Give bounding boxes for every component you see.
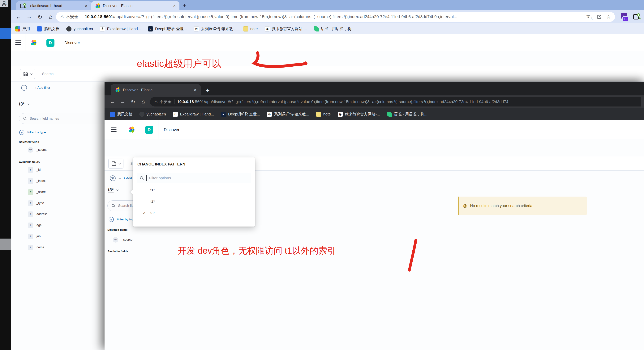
bookmark-label: 腾讯文档 — [117, 112, 132, 117]
selected-fields-list: </> _source — [19, 144, 114, 155]
translate-icon[interactable]: 文 A — [586, 14, 592, 20]
bookmark-label: note — [323, 112, 331, 116]
field-item[interactable]: # _score — [19, 186, 114, 197]
terminal-line — [0, 72, 11, 84]
bookmark-item[interactable]: 腾讯文档 — [110, 112, 132, 117]
bookmark-item[interactable]: ⊚ 系列课详情-猿来教... — [267, 112, 309, 117]
add-filter-button[interactable]: + Add filter — [35, 86, 50, 90]
bookmark-item[interactable]: 8 Excalidraw | Hand... — [173, 112, 214, 117]
index-pattern-selector[interactable]: t3* — [19, 102, 114, 107]
saved-query-button[interactable] — [20, 69, 35, 79]
forward-icon[interactable]: → — [118, 99, 128, 105]
bookmark-item[interactable]: ◉ 猿来教育官方网站-... — [265, 26, 307, 31]
terminal-line — [0, 84, 11, 95]
field-type-icon: t — [28, 200, 33, 206]
bookmark-item[interactable]: note — [316, 112, 331, 117]
menu-hamburger-icon[interactable] — [15, 40, 21, 45]
elastic-logo-icon[interactable] — [30, 40, 37, 46]
bookmark-item[interactable]: ⊚ 系列课详情-猿来教... — [194, 26, 236, 31]
bookmark-icon: ◉ — [338, 112, 343, 117]
index-pattern-selector[interactable]: t3* — [108, 187, 118, 192]
filter-by-type-button[interactable]: Filter by type — [108, 217, 135, 222]
home-icon[interactable]: ⌂ — [138, 99, 148, 105]
reload-icon[interactable]: ↻ — [34, 13, 45, 20]
field-item[interactable]: t job — [19, 231, 114, 242]
bookmark-item[interactable]: note — [243, 26, 258, 31]
search-input[interactable]: Search — [38, 69, 638, 79]
filter-options-placeholder: Filter options — [149, 176, 171, 180]
field-item[interactable]: t _type — [19, 197, 114, 209]
bookmark-item[interactable]: 腾讯文档 — [37, 26, 60, 31]
field-item[interactable]: t name — [19, 242, 114, 253]
home-icon[interactable]: ⌂ — [45, 13, 56, 20]
index-pattern-options: ✓ t1* ✓ t2* ✓ t3* — [133, 184, 255, 218]
new-tab-button[interactable]: + — [182, 2, 186, 9]
field-name: _score — [36, 190, 46, 194]
kibana-top-menu — [104, 139, 644, 155]
address-bar[interactable]: ⚠ 不安全 10.0.0.18:5601/app/discover#/?_g=(… — [56, 12, 615, 22]
reload-icon[interactable]: ↻ — [128, 99, 138, 105]
field-type-icon: t — [28, 222, 33, 228]
bookmark-item[interactable]: 语雀 - 用语雀，构... — [387, 112, 427, 117]
index-pattern-option[interactable]: ✓ t3* — [133, 207, 255, 218]
inner-address-bar[interactable]: ⚠ 不安全 10.0.0.18:5601/app/discover#/?_g=(… — [150, 97, 641, 107]
filter-icon[interactable] — [110, 175, 116, 181]
field-search-input[interactable]: Search field names — [19, 113, 110, 124]
inner-tab-discover[interactable]: Discover - Elastic × — [111, 84, 201, 95]
extensions-tray: ▲ 12 — [620, 13, 640, 21]
text-cursor — [146, 175, 147, 181]
kibana-top-menu — [11, 51, 644, 63]
bookmark-item[interactable]: 应用 — [15, 26, 30, 31]
field-item[interactable]: </> _source — [19, 144, 114, 155]
back-icon[interactable]: ← — [107, 99, 118, 105]
not-secure-badge[interactable]: ⚠ 不安全 — [60, 14, 78, 20]
url-host: 10.0.0.18:5601 — [85, 14, 113, 19]
warning-icon: ⚠ — [60, 14, 64, 19]
index-pattern-option[interactable]: ✓ t1* — [133, 184, 255, 196]
bookmark-item[interactable]: 语雀 - 用语雀，构... — [314, 26, 354, 31]
field-item[interactable]: t address — [19, 209, 114, 220]
saved-query-button[interactable] — [108, 159, 124, 169]
index-pattern-option[interactable]: ✓ t2* — [133, 196, 255, 207]
option-label: t3* — [150, 211, 155, 215]
tab-close-icon[interactable]: × — [85, 3, 87, 8]
terminal-line — [0, 117, 11, 128]
bookmark-item[interactable]: ◉ 猿来教育官方网站-... — [338, 112, 380, 117]
bookmark-item[interactable]: 8 Excalidraw | Hand... — [100, 26, 141, 31]
share-icon[interactable] — [597, 14, 602, 19]
bookmark-icon: ▸ — [221, 112, 226, 117]
bookmark-star-icon[interactable]: ☆ — [606, 14, 611, 20]
elasticsearch-head-extension-icon[interactable] — [633, 13, 640, 21]
option-label: t2* — [150, 199, 155, 204]
new-tab-button[interactable]: + — [206, 87, 210, 94]
elasticsearch-head-icon — [20, 3, 26, 9]
forward-icon[interactable]: → — [24, 13, 34, 20]
terminal-line — [0, 327, 11, 338]
available-fields-list: t _id t _index # _score t _type t — [19, 164, 114, 253]
field-item[interactable]: t _index — [19, 175, 114, 186]
field-item[interactable]: t age — [19, 220, 114, 231]
filter-by-type-button[interactable]: Filter by type — [19, 130, 114, 135]
tab-discover-elastic[interactable]: Discover - Elastic × — [91, 1, 180, 10]
field-name: age — [36, 223, 42, 227]
tab-close-icon[interactable]: × — [173, 3, 176, 8]
elastic-logo-icon[interactable] — [128, 127, 135, 133]
bookmark-item[interactable]: yuchaoit.cn — [66, 26, 93, 31]
filter-options-input[interactable]: Filter options — [137, 173, 251, 183]
bookmark-item[interactable]: yuchaoit.cn — [139, 112, 166, 117]
filter-icon[interactable] — [21, 85, 27, 91]
bookmark-icon: ⊚ — [267, 112, 272, 117]
menu-hamburger-icon[interactable] — [111, 128, 116, 132]
bookmark-item[interactable]: ▸ DeepL翻译: 全世... — [148, 26, 187, 31]
extension-icon-purple[interactable]: ▲ 12 — [620, 13, 628, 21]
field-item[interactable]: t _id — [19, 164, 114, 175]
bookmark-item[interactable]: ▸ DeepL翻译: 全世... — [221, 112, 260, 117]
back-icon[interactable]: ← — [13, 13, 24, 20]
save-icon — [23, 72, 28, 76]
tab-close-icon[interactable]: × — [194, 87, 196, 93]
tab-elasticsearch-head[interactable]: elasticsearch-head × — [16, 1, 91, 10]
space-avatar[interactable]: D — [145, 126, 153, 134]
terminal-line — [0, 338, 11, 349]
field-item[interactable]: </> _source — [108, 234, 132, 245]
space-avatar[interactable]: D — [46, 39, 54, 47]
